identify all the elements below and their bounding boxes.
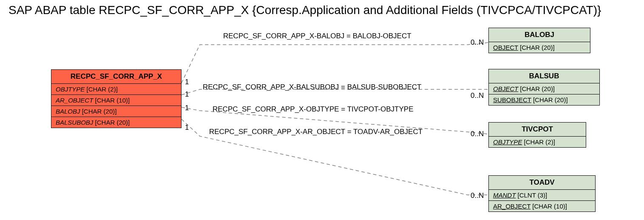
entity-main-field: OBJTYPE [CHAR (2)]	[51, 84, 181, 95]
entity-balsub: BALSUB OBJECT [CHAR (20)] SUBOBJECT [CHA…	[488, 69, 600, 106]
cardinality-right: 0..N	[471, 130, 484, 138]
relation-label: RECPC_SF_CORR_APP_X-AR_OBJECT = TOADV-AR…	[209, 128, 423, 136]
entity-main-header: RECPC_SF_CORR_APP_X	[51, 70, 181, 84]
entity-toadv-field: MANDT [CLNT (3)]	[489, 190, 595, 201]
entity-balobj-field: OBJECT [CHAR (20)]	[489, 42, 590, 53]
entity-main-field: AR_OBJECT [CHAR (10)]	[51, 95, 181, 106]
relation-label: RECPC_SF_CORR_APP_X-OBJTYPE = TIVCPOT-OB…	[213, 105, 414, 114]
cardinality-left: 1	[185, 104, 189, 112]
entity-toadv-field: AR_OBJECT [CHAR (10)]	[489, 201, 595, 211]
entity-balobj-header: BALOBJ	[489, 28, 590, 42]
entity-main-field: BALSUBOBJ [CHAR (20)]	[51, 117, 181, 128]
entity-balsub-field: OBJECT [CHAR (20)]	[489, 83, 599, 94]
entity-tivcpot-field: OBJTYPE [CHAR (2)]	[489, 137, 586, 147]
diagram-title: SAP ABAP table RECPC_SF_CORR_APP_X {Corr…	[9, 3, 635, 17]
cardinality-left: 1	[185, 123, 189, 132]
cardinality-right: 0..N	[471, 191, 484, 200]
cardinality-right: 0..N	[471, 91, 484, 100]
entity-balsub-header: BALSUB	[489, 69, 599, 83]
diagram-canvas: SAP ABAP table RECPC_SF_CORR_APP_X {Corr…	[0, 0, 644, 220]
entity-balobj: BALOBJ OBJECT [CHAR (20)]	[488, 28, 590, 53]
entity-main: RECPC_SF_CORR_APP_X OBJTYPE [CHAR (2)] A…	[51, 69, 182, 128]
cardinality-right: 0..N	[471, 38, 484, 47]
cardinality-left: 1	[185, 90, 189, 99]
entity-toadv-header: TOADV	[489, 176, 595, 190]
entity-tivcpot: TIVCPOT OBJTYPE [CHAR (2)]	[488, 122, 586, 148]
entity-main-field: BALOBJ [CHAR (20)]	[51, 106, 181, 117]
entity-balsub-field: SUBOBJECT [CHAR (20)]	[489, 94, 599, 105]
relation-label: RECPC_SF_CORR_APP_X-BALOBJ = BALOBJ-OBJE…	[223, 32, 411, 40]
relation-label: RECPC_SF_CORR_APP_X-BALSUBOBJ = BALSUB-S…	[203, 83, 421, 91]
entity-toadv: TOADV MANDT [CLNT (3)] AR_OBJECT [CHAR (…	[488, 175, 596, 212]
entity-tivcpot-header: TIVCPOT	[489, 123, 586, 137]
cardinality-left: 1	[185, 78, 189, 86]
